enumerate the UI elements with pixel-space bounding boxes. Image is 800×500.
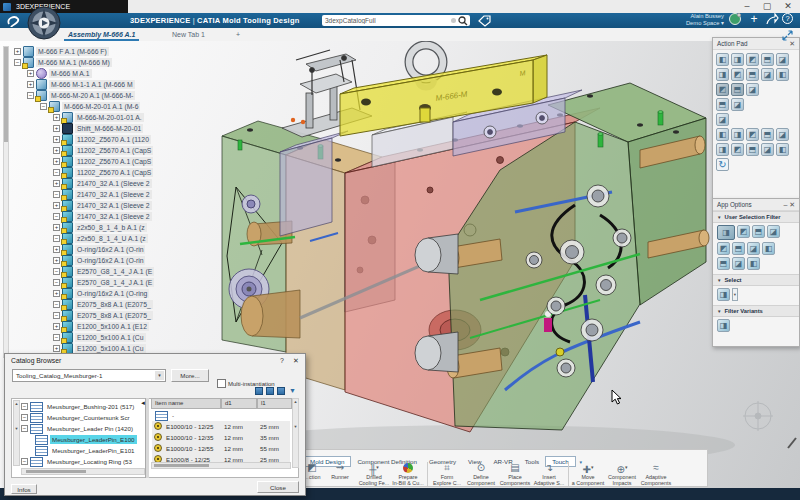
tree-item[interactable]: +11202_Z5670 A.1 (1120 xyxy=(53,134,151,145)
tree-item-label[interactable]: E2570_G8_1_4_J A.1 (E xyxy=(75,278,154,287)
tree-item[interactable]: +z2x50_8_1_4_b A.1 (z xyxy=(53,222,147,233)
tool-button[interactable]: ✚▾Movea Component xyxy=(571,461,605,486)
catalog-item-label[interactable]: Meusburger_Bushing-201 (517) xyxy=(45,402,136,411)
catalog-tree-item[interactable]: Meusburger_LeaderPin_E100 xyxy=(35,434,137,445)
tree-item-label[interactable]: z2x50_8_1_4_U A.1 (z xyxy=(75,234,148,243)
close-button[interactable]: ✕ xyxy=(781,1,795,12)
tool-button[interactable]: PrepareIn-Bill & Cu... xyxy=(391,461,425,486)
tool-icon[interactable]: ◪ xyxy=(761,143,774,156)
tree-expander-icon[interactable]: + xyxy=(14,48,21,55)
avatar[interactable] xyxy=(729,13,741,25)
tab-new[interactable]: + xyxy=(230,28,246,41)
tool-icon[interactable]: ◨ xyxy=(731,53,744,66)
tree-item[interactable]: −E2075_8x8 A.1 (E2075_ xyxy=(53,310,153,321)
table-cell[interactable]: 35 mm xyxy=(257,432,292,443)
tree-expander-icon[interactable]: − xyxy=(53,334,60,341)
tree-item[interactable]: +M-666 M-1-1 A.1 (M-666 M xyxy=(27,79,135,90)
chevron-down-icon[interactable]: ▾ xyxy=(625,464,628,470)
table-cell[interactable]: 12 mm xyxy=(221,443,257,454)
tree-expander-icon[interactable]: − xyxy=(53,213,60,220)
table-cell[interactable]: 12 mm xyxy=(221,421,257,432)
tool-icon[interactable]: ⬒ xyxy=(761,53,774,66)
workspace-name[interactable]: Demo Space ▾ xyxy=(660,20,724,27)
tool-icon[interactable]: ◨ xyxy=(716,143,729,156)
catalog-item-label[interactable]: Meusburger_Countersunk Scr xyxy=(45,413,132,422)
tree-item[interactable]: +M-666 M A.1 xyxy=(27,68,92,79)
tool-icon[interactable]: ◩ xyxy=(731,143,744,156)
catalog-tree-item[interactable]: −Meusburger_Locating Ring (53 xyxy=(21,456,134,467)
tree-item[interactable]: +Shift_M-666-M-20-01 xyxy=(53,123,143,134)
filter-icon[interactable]: ◨ xyxy=(717,225,735,240)
tool-icon[interactable]: ◧ xyxy=(776,143,789,156)
tree-expander-icon[interactable]: − xyxy=(53,191,60,198)
catalog-tree-scrollbar[interactable]: ▲▼ xyxy=(13,400,20,466)
tree-item[interactable]: −M-666-M-20-01 A.1 (M-6 xyxy=(40,101,140,112)
filter-icon[interactable]: ◧ xyxy=(762,242,775,255)
chevron-down-icon[interactable]: ▾ xyxy=(155,371,164,380)
tool-icon[interactable]: ⬒ xyxy=(746,68,759,81)
tool-icon[interactable]: ◩ xyxy=(716,83,729,96)
column-header[interactable]: Item name xyxy=(151,398,221,409)
table-up-row[interactable]: - xyxy=(155,410,176,421)
tree-item-label[interactable]: z2x50_8_1_4_b A.1 (z xyxy=(75,223,147,232)
tool-icon[interactable]: ◩ xyxy=(746,53,759,66)
filter-icon[interactable]: ⬒ xyxy=(752,225,765,238)
tree-expander-icon[interactable]: + xyxy=(53,158,60,165)
tool-button[interactable]: ⊙DefineComponent xyxy=(464,461,498,486)
tree-expander-icon[interactable]: − xyxy=(53,279,60,286)
tree-item-label[interactable]: E2570_G8_1_4_J A.1 (E xyxy=(75,267,154,276)
tool-icon[interactable]: ◨ xyxy=(716,68,729,81)
clear-search-icon[interactable] xyxy=(451,18,456,23)
tree-item-label[interactable]: M-666 M A.1 xyxy=(49,69,92,78)
filter-icon[interactable]: ◩ xyxy=(737,225,750,238)
tree-expander-icon[interactable]: − xyxy=(53,301,60,308)
column-header[interactable]: d1 xyxy=(221,398,257,409)
scrollbar-thumb[interactable] xyxy=(4,47,8,142)
tree-item[interactable]: −E2075_8x8 A.1 (E2075_ xyxy=(53,299,153,310)
tree-item[interactable]: +21470_32 A.1 (Sleeve 2 xyxy=(53,178,152,189)
tool-icon[interactable]: ◩ xyxy=(731,68,744,81)
tab-document-0[interactable]: Assembly M-666 A.1 xyxy=(62,28,141,41)
tree-expander-icon[interactable]: + xyxy=(53,125,60,132)
tool-icon[interactable]: ◪ xyxy=(746,83,759,96)
tree-expander-icon[interactable]: − xyxy=(53,169,60,176)
tree-expander-icon[interactable]: + xyxy=(53,114,60,121)
tree-expander-icon[interactable]: − xyxy=(21,458,28,465)
view-list-button[interactable] xyxy=(266,387,274,395)
filter-icon[interactable]: ◨ xyxy=(717,319,730,332)
view-details-button[interactable] xyxy=(277,387,285,395)
tree-item[interactable]: +O-ring/16x2 A.1 (O-rin xyxy=(53,255,145,266)
minimize-button[interactable]: – xyxy=(740,1,754,12)
tree-item-label[interactable]: O-ring/16x2 A.1 (O-ring xyxy=(75,289,149,298)
tree-expander-icon[interactable]: + xyxy=(53,202,60,209)
tool-icon[interactable]: ◪ xyxy=(776,53,789,66)
catalog-item-label[interactable]: Meusburger_LeaderPin_E101 xyxy=(50,446,137,455)
tool-icon[interactable]: ◩ xyxy=(746,128,759,141)
table-cell[interactable]: 55 mm xyxy=(257,443,292,454)
catalog-item-label[interactable]: Meusburger_Locating Ring (53 xyxy=(45,457,134,466)
tool-button[interactable]: ╫▾DrilledCooling Fe... xyxy=(357,461,391,486)
table-cell[interactable]: E1000/10 - 12/35 xyxy=(163,432,221,443)
tab-document-1[interactable]: New Tab 1 xyxy=(166,28,211,41)
tree-expander-icon[interactable]: − xyxy=(53,312,60,319)
ground-robot-icon[interactable] xyxy=(743,401,773,431)
tree-expander-icon[interactable]: − xyxy=(27,92,34,99)
tree-expander-icon[interactable]: + xyxy=(53,345,60,352)
tool-icon[interactable]: ⬒ xyxy=(761,128,774,141)
filter-icon[interactable]: ◪ xyxy=(732,257,745,270)
tree-expander-icon[interactable]: − xyxy=(21,414,28,421)
table-scrollbar[interactable]: ▲▼ xyxy=(292,398,299,468)
tree-item-label[interactable]: E2075_8x8 A.1 (E2075_ xyxy=(75,300,153,309)
tree-item-label[interactable]: 11202_Z5670 A.1 (1120 xyxy=(75,135,151,144)
tool-button[interactable]: ≈AdaptiveComponents xyxy=(639,461,673,486)
tool-button[interactable]: ⇝Runner xyxy=(323,461,357,480)
tool-icon[interactable]: ◨ xyxy=(731,128,744,141)
tree-expander-icon[interactable]: − xyxy=(21,425,28,432)
tree-item-label[interactable]: M-666-M-20-01-01 A. xyxy=(75,113,144,122)
tree-item[interactable]: −21470_32 A.1 (Sleeve 2 xyxy=(53,189,152,200)
tree-item-label[interactable]: E2075_8x8 A.1 (E2075_ xyxy=(75,311,153,320)
tree-item[interactable]: +E1200_5x100 A.1 (E12 xyxy=(53,321,149,332)
close-icon[interactable]: ✕ xyxy=(789,201,795,208)
tool-icon[interactable]: ⬒ xyxy=(716,98,729,111)
table-cell[interactable]: E1000/10 - 12/55 xyxy=(163,443,221,454)
